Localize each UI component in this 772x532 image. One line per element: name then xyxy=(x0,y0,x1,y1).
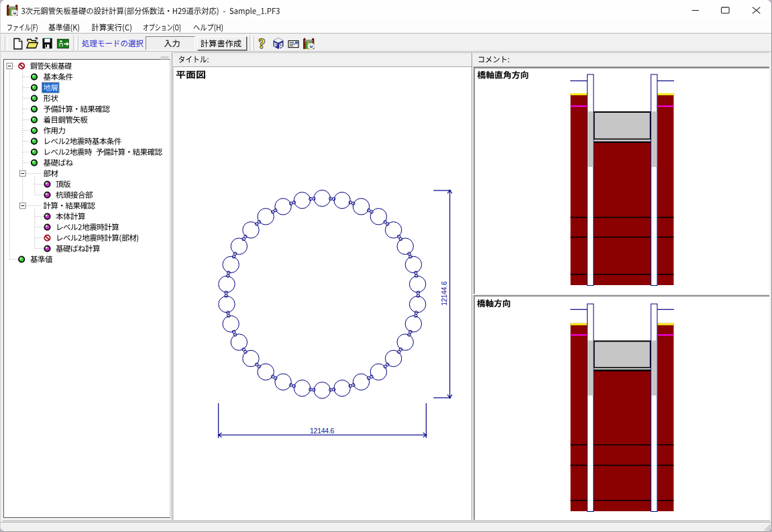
svg-text:?: ? xyxy=(259,36,266,51)
svg-text:12144.6: 12144.6 xyxy=(440,281,448,306)
svg-text:12144.6: 12144.6 xyxy=(310,427,335,435)
